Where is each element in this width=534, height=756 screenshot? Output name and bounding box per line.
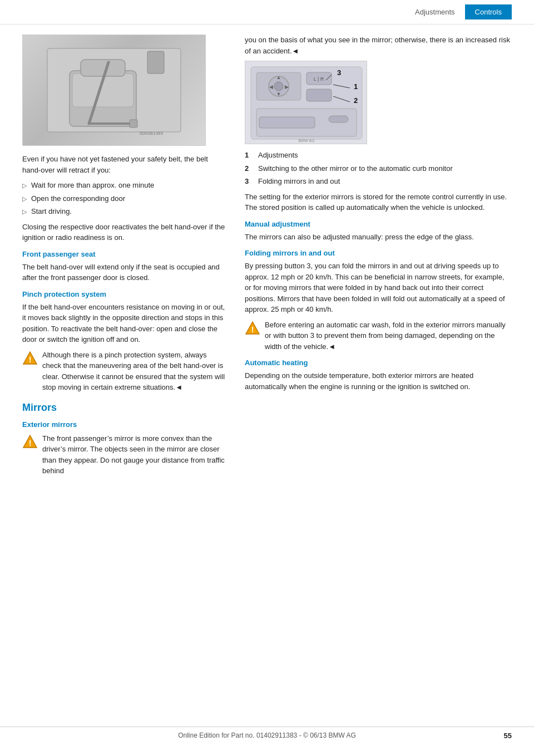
svg-rect-3: [81, 60, 125, 76]
main-content: 0D02B1383 Even if you have not yet faste…: [0, 35, 534, 481]
footer-text: Online Edition for Part no. 01402911383 …: [178, 732, 356, 739]
num-1: 1: [245, 150, 254, 161]
svg-text:▲: ▲: [276, 75, 281, 80]
numbered-item-3: 3 Folding mirrors in and out: [245, 176, 512, 187]
arrow-icon-1: ▷: [22, 181, 27, 190]
manual-heading: Manual adjustment: [245, 220, 512, 228]
svg-text:0D02B1383: 0D02B1383: [140, 131, 164, 136]
svg-rect-6: [130, 120, 137, 127]
stored-setting-text: The setting for the exterior mirrors is …: [245, 192, 512, 213]
front-passenger-heading: Front passenger seat: [22, 250, 227, 258]
left-column: 0D02B1383 Even if you have not yet faste…: [22, 35, 239, 481]
numbered-item-1: 1 Adjustments: [245, 150, 512, 161]
bullet-item-1: ▷ Wait for more than approx. one minute: [22, 180, 227, 191]
svg-rect-33: [259, 117, 315, 128]
exterior-mirrors-heading: Exterior mirrors: [22, 420, 227, 429]
arrow-icon-2: ▷: [22, 194, 27, 204]
svg-text:L | R: L | R: [314, 76, 324, 82]
intro-para: Even if you have not yet fastened your s…: [22, 154, 227, 175]
svg-rect-7: [147, 51, 164, 73]
numbered-item-2: 2 Switching to the other mirror or to th…: [245, 163, 512, 174]
exterior-mirrors-warning-box: ! The front passenger’s mirror is more c…: [22, 433, 227, 477]
svg-text:2: 2: [354, 96, 358, 105]
svg-text:BMW AG: BMW AG: [299, 139, 315, 143]
svg-text:◀: ◀: [269, 84, 273, 90]
warning-box-1: ! Although there is a pinch protection s…: [22, 350, 227, 393]
manual-text: The mirrors can also be adjusted manuall…: [245, 232, 512, 243]
bullet-item-2: ▷ Open the corresponding door: [22, 193, 227, 204]
warning-icon-2: !: [22, 434, 38, 450]
warning-text-2: Before entering an automatic car wash, f…: [265, 320, 512, 352]
arrow-icon-3: ▷: [22, 207, 27, 217]
pinch-heading: Pinch protection system: [22, 290, 227, 298]
svg-text:3: 3: [337, 68, 341, 77]
mirror-image: ▲ ▼ ◀ ▶ L | R 3 1 2: [245, 61, 367, 144]
auto-heating-heading: Automatic heating: [245, 359, 512, 367]
folding-text: By pressing button 3, you can fold the m…: [245, 261, 512, 315]
reactivate-para: Closing the respective door reactivates …: [22, 222, 227, 243]
bullet-list: ▷ Wait for more than approx. one minute …: [22, 180, 227, 217]
bullet-item-3: ▷ Start driving.: [22, 206, 227, 217]
pinch-text: If the belt hand-over encounters resista…: [22, 302, 227, 345]
seatbelt-svg: 0D02B1383: [36, 43, 192, 138]
tab-controls[interactable]: Controls: [465, 4, 512, 19]
svg-text:!: !: [251, 325, 254, 334]
svg-text:1: 1: [354, 82, 358, 91]
front-passenger-text: The belt hand-over will extend only if t…: [22, 262, 227, 283]
svg-text:!: !: [29, 355, 32, 364]
intro-right-para: you on the basis of what you see in the …: [245, 35, 512, 56]
footer: Online Edition for Part no. 01402911383 …: [0, 726, 534, 739]
num-3: 3: [245, 176, 254, 187]
auto-heating-text: Depending on the outside temperature, bo…: [245, 370, 512, 392]
mirrors-heading: Mirrors: [22, 402, 227, 414]
svg-rect-24: [306, 89, 332, 101]
svg-text:▶: ▶: [285, 84, 289, 90]
mirror-diagram-svg: ▲ ▼ ◀ ▶ L | R 3 1 2: [245, 61, 367, 144]
seatbelt-image: 0D02B1383: [22, 35, 206, 146]
warning-text-1: Although there is a pinch protection sys…: [42, 350, 227, 393]
svg-text:▼: ▼: [276, 91, 281, 97]
exterior-mirrors-warning-text: The front passenger’s mirror is more con…: [42, 433, 227, 477]
folding-heading: Folding mirrors in and out: [245, 249, 512, 257]
warning-icon-1: !: [22, 351, 38, 366]
svg-rect-32: [329, 116, 348, 122]
num-2: 2: [245, 163, 254, 174]
warning-icon-3: !: [245, 321, 260, 336]
warning-box-2: ! Before entering an automatic car wash,…: [245, 320, 512, 352]
right-column: you on the basis of what you see in the …: [239, 35, 512, 481]
header-tabs: Adjustments Controls: [405, 4, 512, 19]
mirror-numbered-list: 1 Adjustments 2 Switching to the other m…: [245, 150, 512, 187]
page-number: 55: [504, 732, 512, 740]
svg-point-17: [274, 82, 283, 91]
tab-adjustments[interactable]: Adjustments: [405, 4, 465, 19]
header-bar: Adjustments Controls: [0, 0, 534, 24]
svg-text:!: !: [29, 439, 32, 448]
